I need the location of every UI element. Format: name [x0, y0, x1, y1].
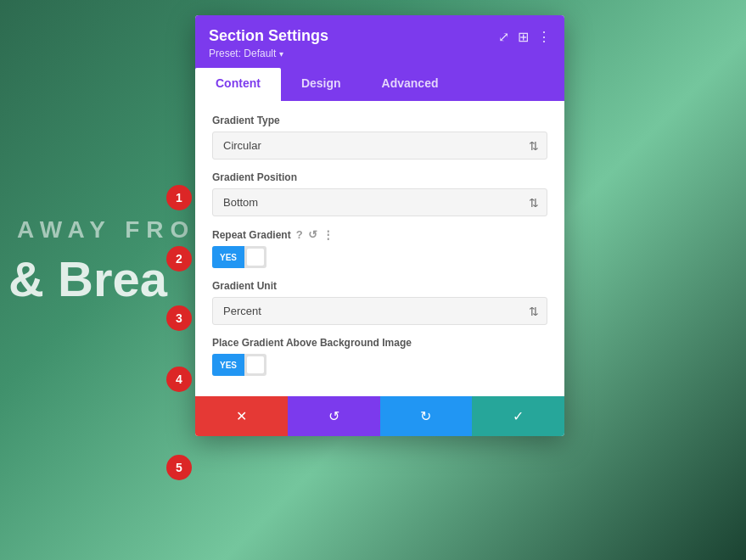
gradient-position-select-wrapper: Bottom Top Left Right Center ⇅ — [212, 188, 547, 216]
bg-text-away: AWAY FROM — [17, 216, 222, 244]
repeat-gradient-label: Repeat Gradient ? ↺ ⋮ — [212, 228, 547, 241]
step-badge-5: 5 — [166, 455, 192, 480]
bg-text-brea: & Brea — [8, 250, 167, 307]
more-options-icon[interactable]: ⋮ — [537, 29, 551, 45]
tab-content[interactable]: Content — [195, 68, 281, 101]
place-gradient-field: Place Gradient Above Background Image YE… — [212, 337, 547, 376]
reset-icon[interactable]: ↺ — [308, 228, 317, 241]
modal-tabs: Content Design Advanced — [195, 68, 564, 101]
step-badge-4: 4 — [166, 367, 192, 392]
repeat-gradient-toggle-container: YES — [212, 246, 547, 268]
modal-body: Gradient Type Circular Linear Conic ⇅ Gr… — [195, 101, 564, 396]
gradient-type-field: Gradient Type Circular Linear Conic ⇅ — [212, 115, 547, 160]
gradient-unit-label: Gradient Unit — [212, 280, 547, 292]
step-badge-1: 1 — [166, 185, 192, 210]
tab-design[interactable]: Design — [281, 68, 362, 101]
tab-advanced[interactable]: Advanced — [362, 68, 459, 101]
gradient-unit-select-wrapper: Percent Pixels ⇅ — [212, 297, 547, 325]
gradient-position-select[interactable]: Bottom Top Left Right Center — [212, 188, 547, 216]
repeat-gradient-toggle[interactable]: YES — [212, 246, 266, 268]
gradient-position-field: Gradient Position Bottom Top Left Right … — [212, 171, 547, 216]
repeat-gradient-text: Repeat Gradient — [212, 229, 291, 241]
place-gradient-label: Place Gradient Above Background Image — [212, 337, 547, 349]
gradient-type-select-wrapper: Circular Linear Conic ⇅ — [212, 132, 547, 160]
modal-header-left: Section Settings Preset: Default ▾ — [209, 27, 328, 59]
gradient-unit-select[interactable]: Percent Pixels — [212, 297, 547, 325]
redo-button[interactable]: ↻ — [380, 396, 473, 436]
place-gradient-toggle-no-indicator — [247, 356, 264, 373]
step-badge-2: 2 — [166, 246, 192, 272]
toggle-yes-label: YES — [212, 246, 244, 268]
preset-label: Preset: Default — [209, 48, 276, 59]
toggle-no-indicator — [247, 249, 264, 266]
resize-icon[interactable]: ⤢ — [498, 29, 509, 45]
gradient-position-label: Gradient Position — [212, 171, 547, 183]
place-gradient-toggle-yes-label: YES — [212, 354, 244, 376]
reset-button[interactable]: ↺ — [288, 396, 380, 436]
cancel-button[interactable]: ✕ — [195, 396, 288, 436]
place-gradient-toggle[interactable]: YES — [212, 354, 266, 376]
preset-chevron-icon: ▾ — [279, 49, 283, 59]
place-gradient-toggle-container: YES — [212, 354, 547, 376]
layout-icon[interactable]: ⊞ — [518, 29, 529, 45]
repeat-gradient-field: Repeat Gradient ? ↺ ⋮ YES — [212, 228, 547, 268]
gradient-unit-field: Gradient Unit Percent Pixels ⇅ — [212, 280, 547, 325]
modal-title: Section Settings — [209, 27, 328, 45]
step-badge-3: 3 — [166, 305, 192, 331]
gradient-type-select[interactable]: Circular Linear Conic — [212, 132, 547, 160]
modal-footer: ✕ ↺ ↻ ✓ — [195, 396, 564, 436]
help-icon[interactable]: ? — [296, 228, 303, 241]
save-button[interactable]: ✓ — [472, 396, 564, 436]
section-settings-modal: Section Settings Preset: Default ▾ ⤢ ⊞ ⋮… — [195, 15, 564, 436]
more-icon[interactable]: ⋮ — [323, 228, 334, 241]
modal-header: Section Settings Preset: Default ▾ ⤢ ⊞ ⋮ — [195, 15, 564, 68]
modal-header-icons: ⤢ ⊞ ⋮ — [498, 27, 551, 45]
gradient-type-label: Gradient Type — [212, 115, 547, 126]
modal-preset[interactable]: Preset: Default ▾ — [209, 48, 328, 59]
